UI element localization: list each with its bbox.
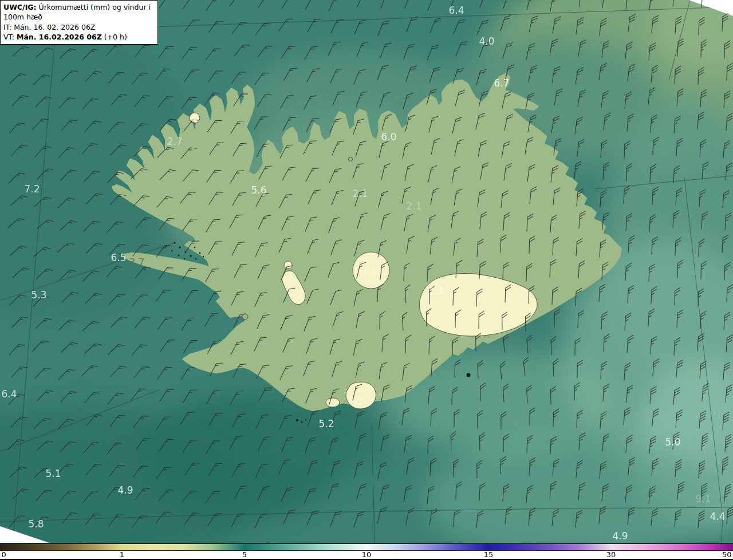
map-value-label: 1.5 <box>348 395 363 407</box>
weather-map-app: 6.44.06.76.02.77.25.62.12.16.53.71.11.15… <box>0 0 733 560</box>
colorbar-tick-labels: 01510153050 <box>0 551 733 560</box>
colorbar-tick: 15 <box>484 550 494 559</box>
valid-time: VT: Mán. 16.02.2026 06Z (+0 h) <box>3 32 155 42</box>
map-value-label: 1.1 <box>428 285 444 297</box>
map-canvas: 6.44.06.76.02.77.25.62.12.16.53.71.11.15… <box>0 0 733 560</box>
map-value-label: 6.5 <box>111 252 126 263</box>
colorbar-tick: 5 <box>242 550 247 559</box>
title-text-segment: VT: <box>3 33 17 41</box>
title-text-segment: IT: Mán. 16. 02. 2026 06Z <box>3 23 95 31</box>
title-box: UWC/IG: Úrkomumætti (mm) og vindur i 100… <box>0 0 158 45</box>
map-value-label: 5.3 <box>31 289 46 301</box>
map-value-label: 6.4 <box>1 388 17 400</box>
map-value-label: 4.9 <box>117 484 133 496</box>
map-value-label: 4.9 <box>612 530 628 542</box>
map-value-label: 6.0 <box>381 131 396 143</box>
map-value-label: 4.0 <box>479 36 494 47</box>
map-value-label: 5.1 <box>45 468 61 479</box>
map-value-label: 5.2 <box>318 418 334 429</box>
map-value-label: 4.4 <box>710 511 725 522</box>
colorbar-tick: 10 <box>362 550 372 559</box>
colorbar: 01510153050 <box>0 543 733 560</box>
colorbar-tick: 1 <box>120 550 124 559</box>
colorbar-tick: 0 <box>2 550 6 559</box>
map-value-label: 7.2 <box>24 183 40 195</box>
map-value-label: 5.8 <box>28 518 44 530</box>
map-value-label: 2.7 <box>167 136 182 147</box>
map-title: UWC/IG: Úrkomumætti (mm) og vindur i 100… <box>3 2 155 22</box>
map-value-label: 2.1 <box>352 188 368 199</box>
map-value-label: 9.1 <box>695 493 711 504</box>
map-value-label: 6.4 <box>448 5 464 16</box>
map-value-label: 6.7 <box>494 77 509 89</box>
init-time: IT: Mán. 16. 02. 2026 06Z <box>3 22 155 32</box>
map-value-label: 2.1 <box>406 200 421 212</box>
map-value-label: 5.6 <box>251 184 266 196</box>
map-value-label: 3.7 <box>129 257 144 268</box>
title-text-segment: (+0 h) <box>102 33 127 41</box>
map-value-label: 5.0 <box>665 436 680 448</box>
title-text-segment: UWC/IG: <box>3 3 37 11</box>
map-value-label: 1.1 <box>361 265 377 277</box>
colorbar-tick: 50 <box>722 550 732 559</box>
title-text-segment: Mán. 16.02.2026 06Z <box>17 33 102 41</box>
colorbar-tick: 30 <box>606 550 616 559</box>
